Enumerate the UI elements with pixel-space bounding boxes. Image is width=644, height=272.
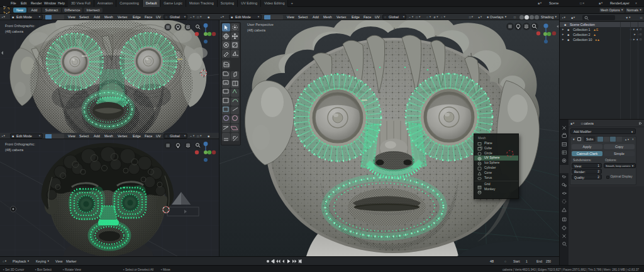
svg-text:User Perspective: User Perspective [247,23,274,26]
svg-text:Front Orthographic:: Front Orthographic: [5,142,35,146]
svg-text:Front Orthographic:: Front Orthographic: [5,24,35,28]
svg-text:(48) cabeza: (48) cabeza [5,148,24,152]
svg-text:(48) cabeza: (48) cabeza [247,28,266,32]
svg-text:(48) cabeza: (48) cabeza [5,30,24,33]
